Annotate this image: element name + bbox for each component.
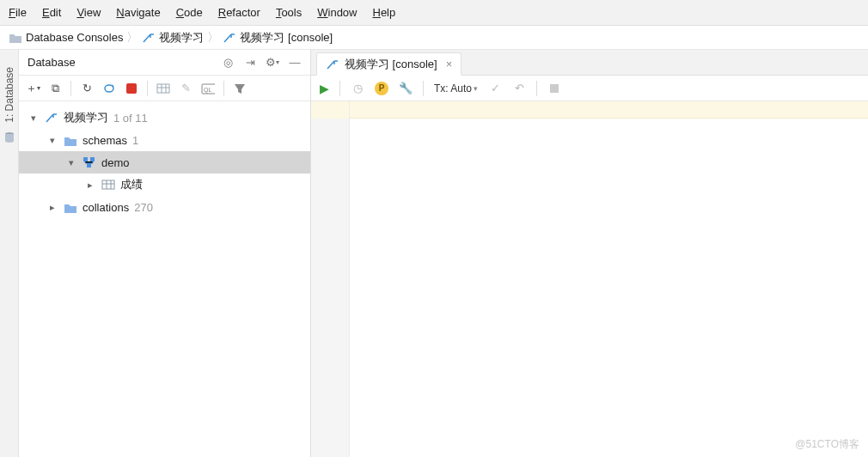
tree-count: 1 of 11 xyxy=(113,112,148,125)
connection-icon xyxy=(326,58,339,70)
tree-table[interactable]: ▸ 成绩 xyxy=(19,174,310,196)
breadcrumb-leaf[interactable]: 视频学习 [console] xyxy=(223,30,333,46)
svg-text:QL: QL xyxy=(204,87,211,94)
database-tree: ▾ 视频学习 1 of 11 ▾ schemas 1 ▾ demo ▸ 成绩 xyxy=(19,101,310,457)
editor-toolbar: ▶ ◷ P 🔧 Tx: Auto ▾ ✓ ↶ xyxy=(311,76,868,101)
left-tool-strip: 1: Database xyxy=(0,50,19,457)
add-icon[interactable]: ＋▾ xyxy=(26,82,40,95)
folder-icon xyxy=(64,202,77,213)
tree-label: 视频学习 xyxy=(64,110,108,125)
chevron-right-icon: ▸ xyxy=(84,180,96,191)
menu-edit[interactable]: Edit xyxy=(42,6,61,19)
breadcrumb-root[interactable]: Database Consoles xyxy=(9,31,123,44)
chevron-down-icon: ▾ xyxy=(28,113,40,124)
menu-tools[interactable]: Tools xyxy=(276,6,302,19)
panel-title: Database xyxy=(28,56,76,69)
stop-icon[interactable] xyxy=(125,82,138,95)
editor-body[interactable] xyxy=(311,101,868,457)
sql-console-icon[interactable]: QL xyxy=(201,82,215,95)
breadcrumb: Database Consoles 〉 视频学习 〉 视频学习 [console… xyxy=(0,26,868,50)
editor-pane: 视频学习 [console] × ▶ ◷ P 🔧 Tx: Auto ▾ ✓ ↶ xyxy=(311,50,868,457)
breadcrumb-root-label: Database Consoles xyxy=(26,31,123,44)
menu-view[interactable]: View xyxy=(76,6,101,19)
svg-rect-7 xyxy=(102,180,114,189)
separator xyxy=(223,81,224,96)
sync-icon[interactable] xyxy=(102,82,116,95)
menu-file[interactable]: File xyxy=(9,6,27,19)
breadcrumb-mid-label: 视频学习 xyxy=(159,30,204,46)
separator xyxy=(147,81,148,96)
edit-icon[interactable]: ✎ xyxy=(179,82,193,95)
svg-rect-1 xyxy=(157,84,169,93)
connection-icon xyxy=(142,32,156,44)
tree-collations[interactable]: ▸ collations 270 xyxy=(19,196,310,218)
database-icon xyxy=(3,131,15,143)
tree-count: 270 xyxy=(134,201,153,214)
target-icon[interactable]: ◎ xyxy=(221,56,235,70)
tree-label: collations xyxy=(83,201,129,214)
duplicate-icon[interactable]: ⧉ xyxy=(48,82,62,95)
hide-icon[interactable]: — xyxy=(288,56,302,70)
editor-tab-label: 视频学习 [console] xyxy=(345,57,437,72)
panel-toolbar: ＋▾ ⧉ ↻ ✎ QL xyxy=(19,76,310,101)
chevron-right-icon: 〉 xyxy=(126,30,138,46)
chevron-right-icon: 〉 xyxy=(207,30,219,46)
table-icon[interactable] xyxy=(156,82,170,95)
rollback-icon[interactable]: ↶ xyxy=(512,82,526,95)
filter-icon[interactable] xyxy=(233,82,247,95)
close-icon[interactable]: × xyxy=(446,58,453,70)
tree-schema-demo[interactable]: ▾ demo xyxy=(19,151,310,174)
separator xyxy=(536,81,537,96)
watermark: @51CTO博客 xyxy=(795,437,859,452)
tree-label: demo xyxy=(101,156,130,169)
database-panel: Database ◎ ⇥ ⚙▾ — ＋▾ ⧉ ↻ ✎ QL xyxy=(19,50,311,457)
folder-icon xyxy=(9,32,22,44)
gear-icon[interactable]: ⚙▾ xyxy=(266,56,279,70)
folder-icon xyxy=(64,135,77,146)
editor-tabs: 视频学习 [console] × xyxy=(311,50,868,76)
table-icon xyxy=(101,179,115,191)
history-icon[interactable]: ◷ xyxy=(351,82,364,95)
line-gutter xyxy=(311,101,350,457)
menu-code[interactable]: Code xyxy=(176,6,203,19)
wrench-icon[interactable]: 🔧 xyxy=(399,82,413,95)
tx-mode[interactable]: Tx: Auto ▾ xyxy=(434,82,478,94)
editor-tab[interactable]: 视频学习 [console] × xyxy=(316,52,462,76)
tree-label: 成绩 xyxy=(120,177,143,192)
run-icon[interactable]: ▶ xyxy=(320,82,329,95)
chevron-down-icon: ▾ xyxy=(46,135,58,146)
tx-mode-label: Tx: Auto xyxy=(434,82,472,94)
collapse-all-icon[interactable]: ⇥ xyxy=(243,56,257,70)
tree-datasource[interactable]: ▾ 视频学习 1 of 11 xyxy=(19,107,310,129)
panel-header: Database ◎ ⇥ ⚙▾ — xyxy=(19,50,310,76)
chevron-down-icon: ▾ xyxy=(65,157,77,168)
tree-count: 1 xyxy=(132,134,138,147)
connection-icon xyxy=(45,112,58,124)
menu-refactor[interactable]: Refactor xyxy=(218,6,260,19)
separator xyxy=(339,81,340,96)
cancel-query-icon[interactable] xyxy=(547,82,561,95)
explain-plan-icon[interactable]: P xyxy=(375,82,388,95)
tree-label: schemas xyxy=(83,134,127,147)
refresh-icon[interactable]: ↻ xyxy=(80,82,94,95)
menu-bar: File Edit View Navigate Code Refactor To… xyxy=(0,0,868,26)
breadcrumb-mid[interactable]: 视频学习 xyxy=(142,30,204,46)
chevron-right-icon: ▸ xyxy=(46,202,58,213)
menu-navigate[interactable]: Navigate xyxy=(116,6,160,19)
separator xyxy=(423,81,424,96)
svg-rect-6 xyxy=(87,163,91,168)
connection-icon xyxy=(223,32,236,44)
svg-rect-4 xyxy=(83,157,88,161)
menu-window[interactable]: Window xyxy=(317,6,357,19)
commit-icon[interactable]: ✓ xyxy=(488,82,502,95)
breadcrumb-leaf-label: 视频学习 [console] xyxy=(240,30,333,46)
code-area[interactable] xyxy=(350,101,868,457)
separator xyxy=(70,81,71,96)
menu-help[interactable]: Help xyxy=(372,6,395,19)
svg-rect-5 xyxy=(90,157,95,161)
tool-window-database[interactable]: 1: Database xyxy=(3,67,15,123)
schema-icon xyxy=(83,156,96,168)
tree-schemas[interactable]: ▾ schemas 1 xyxy=(19,129,310,151)
